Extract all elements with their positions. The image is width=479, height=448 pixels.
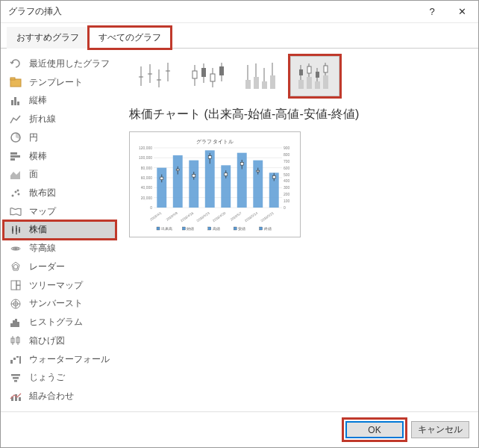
svg-text:300: 300 bbox=[284, 185, 290, 190]
svg-rect-76 bbox=[299, 69, 303, 75]
sidebar-item-label: 散布図 bbox=[29, 187, 56, 199]
svg-text:100,000: 100,000 bbox=[139, 155, 152, 160]
close-button[interactable]: ✕ bbox=[447, 1, 477, 22]
sidebar-item-bar[interactable]: 横棒 bbox=[4, 147, 116, 166]
svg-rect-46 bbox=[14, 380, 17, 382]
svg-text:2018/5/14: 2018/5/14 bbox=[244, 211, 259, 223]
recent-icon bbox=[8, 56, 23, 71]
content-pane: 株価チャート (出来高-始値-高値-安値-終値) グラフ タイトル020,000… bbox=[119, 49, 478, 411]
tab-all-charts[interactable]: すべてのグラフ bbox=[89, 27, 171, 49]
svg-text:600: 600 bbox=[284, 166, 290, 170]
svg-rect-43 bbox=[19, 356, 21, 364]
svg-rect-80 bbox=[315, 81, 320, 89]
tab-bar: おすすめグラフ すべてのグラフ bbox=[1, 23, 478, 49]
svg-point-13 bbox=[17, 189, 19, 191]
svg-rect-147 bbox=[208, 227, 211, 230]
sidebar-item-histogram[interactable]: ヒストグラム bbox=[4, 313, 116, 332]
sidebar-item-sunburst[interactable]: サンバースト bbox=[4, 295, 116, 314]
svg-text:500: 500 bbox=[284, 172, 290, 177]
subtype-title: 株価チャート (出来高-始値-高値-安値-終値) bbox=[129, 107, 468, 122]
sidebar-item-stock[interactable]: 株価 bbox=[4, 221, 116, 240]
sidebar-item-funnel[interactable]: じょうご bbox=[4, 368, 116, 387]
waterfall-icon bbox=[8, 352, 23, 367]
chart-preview[interactable]: グラフ タイトル020,00040,00060,00080,000100,000… bbox=[129, 131, 301, 237]
svg-rect-4 bbox=[17, 102, 19, 105]
svg-rect-8 bbox=[10, 158, 15, 161]
svg-text:2018/4/9: 2018/4/9 bbox=[166, 211, 179, 221]
sidebar-item-line[interactable]: 折れ線 bbox=[4, 110, 116, 128]
sidebar-item-template[interactable]: テンプレート bbox=[4, 73, 116, 92]
svg-text:80,000: 80,000 bbox=[141, 166, 153, 170]
svg-rect-45 bbox=[13, 377, 19, 379]
dialog-body: 最近使用したグラフ テンプレート 縦棒 折れ線 bbox=[1, 49, 478, 411]
svg-rect-113 bbox=[160, 177, 163, 180]
svg-rect-129 bbox=[225, 173, 228, 176]
scatter-icon bbox=[8, 186, 23, 201]
svg-rect-135 bbox=[253, 161, 263, 208]
sidebar-item-pie[interactable]: 円 bbox=[4, 128, 116, 147]
svg-rect-27 bbox=[16, 285, 20, 290]
sidebar-item-area[interactable]: 面 bbox=[4, 165, 116, 184]
sidebar-item-boxwhisker[interactable]: 箱ひげ図 bbox=[4, 332, 116, 350]
svg-point-11 bbox=[15, 190, 17, 193]
subtype-hlc[interactable] bbox=[129, 56, 178, 96]
sidebar-item-label: 横棒 bbox=[29, 150, 47, 163]
svg-rect-83 bbox=[323, 75, 328, 89]
pie-icon bbox=[8, 130, 23, 145]
svg-text:400: 400 bbox=[284, 178, 290, 183]
svg-rect-79 bbox=[307, 66, 311, 73]
ok-button[interactable]: OK bbox=[345, 421, 404, 438]
template-icon bbox=[8, 75, 23, 90]
sidebar-item-label: レーダー bbox=[29, 261, 65, 273]
stock-icon bbox=[8, 223, 23, 237]
sidebar-item-scatter[interactable]: 散布図 bbox=[4, 184, 116, 202]
svg-rect-74 bbox=[298, 80, 304, 89]
sidebar-item-column[interactable]: 縦棒 bbox=[4, 91, 116, 110]
svg-text:2018/4/23: 2018/4/23 bbox=[196, 211, 211, 223]
svg-text:700: 700 bbox=[284, 159, 290, 164]
svg-text:0: 0 bbox=[150, 205, 152, 210]
svg-rect-77 bbox=[307, 77, 312, 89]
sidebar-item-surface[interactable]: 等高線 bbox=[4, 239, 116, 258]
svg-rect-82 bbox=[316, 72, 319, 78]
sidebar-item-radar[interactable]: レーダー bbox=[4, 258, 116, 276]
chart-category-sidebar: 最近使用したグラフ テンプレート 縦棒 折れ線 bbox=[1, 49, 119, 411]
help-button[interactable]: ? bbox=[417, 1, 447, 22]
svg-rect-3 bbox=[14, 97, 16, 105]
subtype-vhlc[interactable] bbox=[237, 56, 286, 96]
svg-marker-24 bbox=[13, 264, 18, 269]
sidebar-item-combo[interactable]: 組み合わせ bbox=[4, 387, 116, 405]
sidebar-item-waterfall[interactable]: ウォーターフォール bbox=[4, 350, 116, 369]
boxwhisker-icon bbox=[8, 333, 23, 348]
svg-rect-151 bbox=[260, 227, 263, 230]
combo-icon bbox=[8, 389, 23, 404]
svg-point-12 bbox=[18, 193, 20, 195]
subtype-ohlc[interactable] bbox=[183, 56, 232, 96]
sidebar-item-label: マップ bbox=[29, 205, 56, 218]
subtype-vohlc[interactable] bbox=[290, 56, 339, 96]
svg-rect-33 bbox=[13, 320, 15, 327]
svg-rect-149 bbox=[234, 227, 237, 230]
svg-text:終値: 終値 bbox=[263, 226, 272, 231]
funnel-icon bbox=[8, 370, 23, 385]
svg-rect-72 bbox=[270, 75, 275, 89]
sunburst-icon bbox=[8, 296, 23, 311]
sidebar-item-map[interactable]: マップ bbox=[4, 202, 116, 221]
svg-rect-68 bbox=[254, 77, 259, 89]
svg-rect-59 bbox=[192, 71, 197, 78]
svg-rect-2 bbox=[11, 100, 13, 105]
sidebar-item-treemap[interactable]: ツリーマップ bbox=[4, 276, 116, 295]
sidebar-item-label: 箱ひげ図 bbox=[29, 335, 65, 347]
sidebar-item-recent[interactable]: 最近使用したグラフ bbox=[4, 55, 116, 73]
tab-recommended[interactable]: おすすめグラフ bbox=[7, 27, 89, 49]
cancel-button[interactable]: キャンセル bbox=[411, 421, 469, 438]
svg-rect-137 bbox=[257, 170, 260, 172]
svg-rect-25 bbox=[11, 281, 16, 290]
titlebar: グラフの挿入 ? ✕ bbox=[1, 1, 478, 23]
svg-rect-1 bbox=[10, 78, 15, 80]
svg-rect-145 bbox=[182, 227, 185, 230]
svg-rect-125 bbox=[208, 156, 211, 159]
svg-rect-34 bbox=[15, 319, 17, 327]
sidebar-item-label: サンバースト bbox=[29, 297, 83, 310]
svg-rect-6 bbox=[10, 152, 17, 155]
